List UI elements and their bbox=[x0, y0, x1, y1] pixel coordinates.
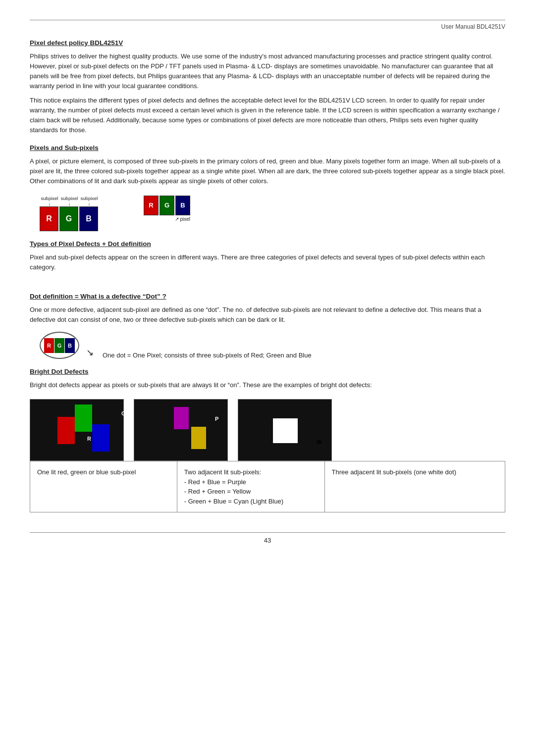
sublabel-text-1: subpixel bbox=[41, 196, 58, 201]
sublabels-row: subpixel ↓ subpixel ↓ subpixel ↓ bbox=[40, 196, 99, 206]
subpixel-r: R bbox=[40, 206, 58, 231]
subpixel-g: G bbox=[59, 206, 78, 231]
pixel-wrap: R G B ↗ pixel bbox=[144, 196, 190, 222]
bright-dot-section: Bright Dot Defects Bright dot defects ap… bbox=[30, 368, 505, 512]
pixel-r: R bbox=[144, 196, 159, 215]
bright-dot-image-2: P C bbox=[134, 399, 228, 461]
bright-dot-image-1: G R B bbox=[30, 399, 124, 461]
oval-b: B bbox=[65, 338, 75, 353]
bright-dot-images: G R B P C W bbox=[30, 399, 505, 461]
sublabel-subpixel-1: subpixel ↓ bbox=[40, 196, 59, 206]
sublabel-text-3: subpixel bbox=[81, 196, 98, 201]
bright-subpix-g: G bbox=[75, 404, 92, 432]
table-cell-1: One lit red, green or blue sub-pixel bbox=[30, 461, 177, 512]
sublabel-subpixel-2: subpixel ↓ bbox=[59, 196, 79, 206]
arrow-3: ↓ bbox=[88, 201, 91, 206]
footer-rule bbox=[30, 532, 505, 533]
subpixel-group: subpixel ↓ subpixel ↓ subpixel ↓ R G B bbox=[40, 196, 99, 231]
oval-r: R bbox=[44, 338, 54, 353]
table-cell-2: Two adjacent lit sub-pixels:- Red + Blue… bbox=[177, 461, 324, 512]
rgb-boxes: R G B bbox=[40, 206, 98, 231]
section3-para: Pixel and sub-pixel defects appear on th… bbox=[30, 252, 505, 272]
bright-w-label: W bbox=[317, 439, 321, 445]
section4-para1: One or more defective, adjacent sub-pixe… bbox=[30, 305, 505, 325]
pixel-b: B bbox=[175, 196, 190, 215]
pixel-arrow-label: ↗ pixel bbox=[144, 216, 190, 222]
section1-title: Pixel defect policy BDL4251V bbox=[30, 39, 505, 47]
sublabel-text-2: subpixel bbox=[61, 196, 78, 201]
table-cell-3-text: Three adjacent lit sub-pixels (one white… bbox=[332, 468, 456, 476]
section1-para2: This notice explains the different types… bbox=[30, 96, 505, 136]
header-rule bbox=[30, 20, 505, 20]
page: User Manual BDL4251V Pixel defect policy… bbox=[0, 0, 535, 756]
section1-para1: Philips strives to deliver the highest q… bbox=[30, 51, 505, 92]
table-row-1: One lit red, green or blue sub-pixel Two… bbox=[30, 461, 505, 512]
page-number: 43 bbox=[30, 537, 505, 544]
pixel-label-text: pixel bbox=[180, 216, 190, 222]
dot-diagram: R G B ↘ One dot = One Pixel; consists of… bbox=[40, 332, 505, 359]
table-cell-3: Three adjacent lit sub-pixels (one white… bbox=[324, 461, 505, 512]
subpixel-b: B bbox=[79, 206, 98, 231]
oval-g: G bbox=[54, 338, 64, 353]
table-cell-2-text: Two adjacent lit sub-pixels:- Red + Blue… bbox=[184, 468, 283, 505]
section5-title: Bright Dot Defects bbox=[30, 368, 505, 375]
bright-subpix-r: R bbox=[57, 417, 75, 444]
arrow-1: ↓ bbox=[49, 201, 51, 206]
bright-purple: P bbox=[174, 407, 189, 429]
bright-r-label: R bbox=[87, 436, 91, 442]
dot-arrow-icon: ↘ bbox=[86, 347, 94, 358]
section2-para: A pixel, or picture element, is composed… bbox=[30, 156, 505, 186]
section4-title: Dot definition = What is a defective “Do… bbox=[30, 293, 505, 300]
dot-arrow-container: ↘ bbox=[86, 333, 94, 358]
pixel-diagram: subpixel ↓ subpixel ↓ subpixel ↓ R G B bbox=[40, 196, 505, 231]
arrow-2: ↓ bbox=[68, 201, 71, 206]
bright-g-label: G bbox=[121, 410, 126, 416]
pixel-g: G bbox=[160, 196, 174, 215]
bright-dot-table: One lit red, green or blue sub-pixel Two… bbox=[30, 461, 505, 512]
section5-para: Bright dot defects appear as pixels or s… bbox=[30, 380, 505, 390]
bright-subpix-b: B bbox=[92, 424, 109, 452]
dot-label: One dot = One Pixel; consists of three s… bbox=[103, 352, 312, 359]
pixel-group: R G B ↗ pixel bbox=[144, 196, 190, 222]
rgb-oval: R G B bbox=[40, 332, 79, 359]
pixel-rgb-boxes: R G B bbox=[144, 196, 190, 215]
section3-title: Types of Pixel Defects + Dot definition bbox=[30, 240, 505, 248]
bright-p-label: P bbox=[215, 416, 218, 422]
bright-cyan: C bbox=[191, 427, 206, 449]
sublabel-subpixel-3: subpixel ↓ bbox=[79, 196, 99, 206]
bright-dot-image-3: W bbox=[238, 399, 332, 461]
manual-title: User Manual BDL4251V bbox=[30, 23, 505, 30]
oval-inner: R G B bbox=[44, 338, 75, 353]
table-cell-1-text: One lit red, green or blue sub-pixel bbox=[37, 468, 136, 476]
section2-title: Pixels and Sub-pixels bbox=[30, 144, 505, 151]
bright-white: W bbox=[273, 418, 298, 443]
